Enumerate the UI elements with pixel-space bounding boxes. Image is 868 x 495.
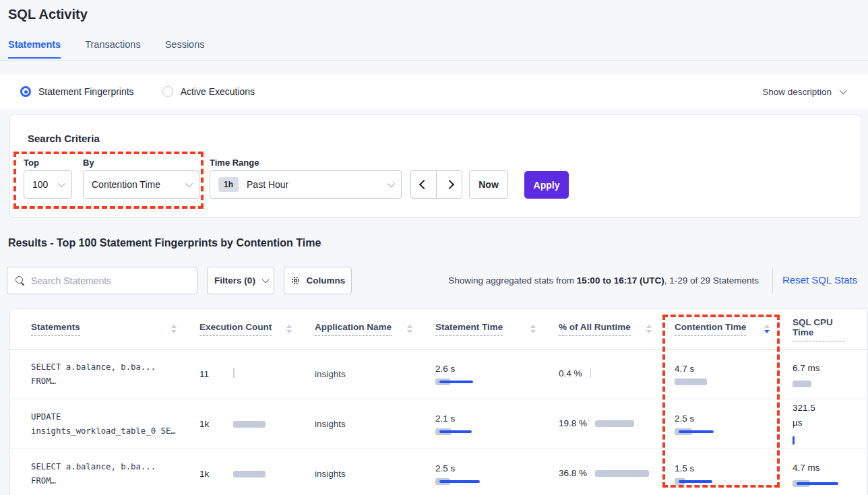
filters-label: Filters (0) [214, 275, 255, 286]
top-select[interactable]: 100 [24, 170, 72, 199]
gear-icon [290, 275, 301, 286]
application-name-cell: insights [315, 369, 435, 379]
reset-sql-stats-link[interactable]: Reset SQL Stats [782, 274, 857, 286]
statement-time-value: 2.6 s [435, 364, 455, 374]
application-name-cell: insights [315, 419, 435, 429]
chevron-down-icon [185, 180, 193, 187]
execution-count-cell: 11 [199, 368, 315, 381]
tab-sessions[interactable]: Sessions [165, 39, 205, 59]
radio-unselected-icon [162, 86, 173, 97]
pct-runtime-bar [590, 368, 592, 381]
tab-transactions[interactable]: Transactions [85, 39, 140, 59]
by-select-value: Contention Time [92, 179, 160, 190]
radio-label: Statement Fingerprints [38, 86, 134, 97]
execution-count-cell: 1k [199, 419, 315, 429]
sql-cpu-time-cell: 321.5 µs [793, 401, 867, 448]
statement-time-bar [435, 378, 473, 385]
search-icon [16, 276, 24, 285]
chevron-down-icon [58, 180, 65, 187]
column-header-pct-runtime[interactable]: % of All Runtime [559, 322, 675, 336]
chevron-down-icon [840, 87, 847, 94]
statement-time-bar [435, 428, 472, 435]
time-next-button[interactable] [437, 171, 462, 198]
now-button[interactable]: Now [469, 170, 508, 199]
execution-count-value: 11 [199, 369, 233, 379]
search-placeholder: Search Statements [31, 275, 111, 286]
time-range-label: Time Range [210, 158, 259, 168]
filters-button[interactable]: Filters (0) [207, 267, 274, 294]
contention-time-cell: 2.5 s [675, 414, 793, 435]
sql-cpu-time-cell: 6.7 ms [793, 361, 867, 387]
table-row[interactable]: SELECT a.balance, b.ba... FROM… 1k insig… [10, 449, 867, 495]
contention-time-bar [675, 428, 714, 435]
by-label: By [83, 158, 94, 168]
statement-time-cell: 2.6 s [435, 364, 559, 385]
statement-line-1: SELECT a.balance, b.ba... [31, 460, 199, 473]
top-label: Top [24, 158, 39, 168]
pct-runtime-cell: 19.8 % [559, 416, 675, 431]
sql-cpu-time-bar [793, 381, 811, 387]
statement-time-cell: 2.1 s [435, 414, 559, 435]
sort-arrows-icon [646, 325, 652, 333]
contention-time-cell: 4.7 s [675, 364, 793, 385]
sort-arrows-icon [407, 325, 412, 333]
chevron-down-icon [261, 275, 269, 283]
execution-count-bar [233, 368, 235, 381]
column-header-sql-cpu-time[interactable]: SQL CPU Time [793, 317, 867, 341]
statement-cell[interactable]: SELECT a.balance, b.ba... FROM… [31, 460, 199, 488]
by-select[interactable]: Contention Time [83, 170, 199, 199]
column-header-contention-time[interactable]: Contention Time [675, 322, 793, 336]
chevron-down-icon [388, 180, 395, 187]
search-criteria-card: Search Criteria Top 100 By Contention Ti… [9, 114, 861, 218]
statement-line-2: FROM… [31, 474, 199, 488]
statement-time-value: 2.5 s [435, 463, 455, 473]
contention-time-value: 2.5 s [675, 414, 694, 424]
column-header-statement-time[interactable]: Statement Time [435, 322, 559, 336]
sql-cpu-time-value: 6.7 ms [793, 361, 820, 376]
column-header-application-name[interactable]: Application Name [315, 322, 435, 336]
time-prev-button[interactable] [411, 171, 437, 198]
tabbar-divider [0, 60, 868, 61]
show-description-toggle[interactable]: Show description [762, 87, 845, 97]
show-description-label: Show description [762, 87, 832, 97]
pct-runtime-bar [595, 420, 634, 427]
execution-count-bar [233, 471, 266, 477]
application-name-cell: insights [315, 469, 435, 479]
radio-selected-icon [20, 86, 31, 97]
sql-cpu-time-value: 321.5 µs [793, 401, 826, 431]
search-statements-input[interactable]: Search Statements [7, 267, 197, 294]
statements-table: Statements Execution Count Application N… [9, 308, 868, 495]
time-range-select[interactable]: 1h Past Hour [210, 170, 402, 199]
contention-time-bar [675, 478, 712, 485]
apply-button[interactable]: Apply [524, 171, 569, 199]
radio-statement-fingerprints[interactable]: Statement Fingerprints [20, 86, 134, 97]
tab-statements[interactable]: Statements [8, 39, 61, 59]
time-nav-group [410, 170, 462, 199]
search-criteria-title: Search Criteria [28, 133, 100, 144]
execution-count-bar [233, 421, 266, 428]
radio-active-executions[interactable]: Active Executions [162, 86, 255, 97]
column-header-execution-count[interactable]: Execution Count [199, 322, 315, 336]
contention-time-bar [675, 378, 707, 385]
table-row[interactable]: UPDATE insights_workload_table_0 SE… 1k … [10, 399, 867, 449]
sql-cpu-time-value: 4.7 ms [793, 461, 820, 475]
time-range-value: Past Hour [247, 179, 288, 190]
statement-cell[interactable]: UPDATE insights_workload_table_0 SE… [31, 410, 199, 438]
column-header-statements[interactable]: Statements [31, 322, 199, 336]
sql-cpu-time-cell: 4.7 ms [793, 461, 867, 487]
vertical-divider [772, 268, 773, 294]
execution-count-cell: 1k [199, 469, 315, 479]
top-select-value: 100 [32, 179, 48, 190]
sort-arrows-icon [764, 325, 770, 333]
table-row[interactable]: SELECT a.balance, b.ba... FROM… 11 insig… [10, 350, 867, 399]
statement-cell[interactable]: SELECT a.balance, b.ba... FROM… [31, 360, 199, 388]
sql-cpu-time-bar [793, 435, 795, 447]
statement-time-cell: 2.5 s [435, 463, 559, 485]
columns-button[interactable]: Columns [284, 267, 352, 294]
statement-line-2: FROM… [31, 374, 199, 388]
statement-line-1: SELECT a.balance, b.ba... [31, 360, 199, 374]
pct-runtime-value: 0.4 % [559, 366, 582, 381]
stats-time-range: 15:00 to 16:17 (UTC) [577, 275, 664, 286]
chevron-right-icon [444, 180, 454, 189]
pct-runtime-value: 19.8 % [559, 416, 587, 431]
